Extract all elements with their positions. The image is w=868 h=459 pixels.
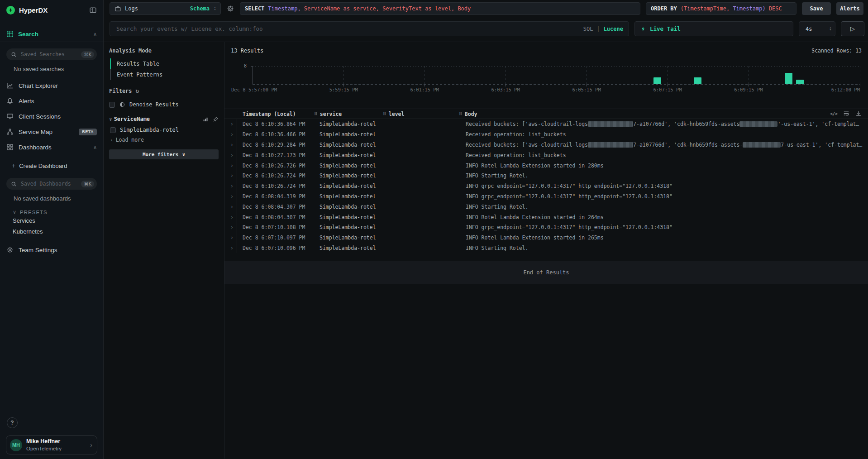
schema-label[interactable]: Schema [190,5,210,12]
chevron-up-icon[interactable]: ∧ [93,31,97,37]
saved-searches-search[interactable]: ⌘K [6,48,97,60]
select-query-box[interactable]: SELECT Timestamp, ServiceName as service… [240,2,640,15]
table-row[interactable]: ›Dec 8 6:10:27.173 PMSimpleLambda-rotelR… [224,150,868,160]
play-button[interactable]: ▷ [841,21,864,36]
table-row[interactable]: ›Dec 8 6:08:04.319 PMSimpleLambda-rotelI… [224,191,868,202]
facet-value-row[interactable]: SimpleLambda-rotel [109,127,219,133]
row-expand-chevron-icon[interactable]: › [224,150,237,160]
create-dashboard-button[interactable]: + Create Dashboard [0,158,103,173]
pin-icon[interactable] [213,116,219,122]
code-view-icon[interactable]: </> [830,111,837,116]
row-expand-chevron-icon[interactable]: › [224,233,237,243]
collapse-sidebar-icon[interactable] [89,6,97,14]
refresh-icon[interactable]: ↻ [136,87,139,94]
orderby-query-box[interactable]: ORDER BY (TimestampTime, Timestamp) DESC [646,2,796,15]
table-row[interactable]: ›Dec 8 6:10:29.284 PMSimpleLambda-rotelR… [224,140,868,150]
denoise-results-option[interactable]: Denoise Results [109,101,219,108]
row-expand-chevron-icon[interactable]: › [224,140,237,150]
mode-event-patterns[interactable]: Event Patterns [110,69,219,80]
sidebar-item-dashboards[interactable]: Dashboards ∧ [0,139,103,155]
row-expand-chevron-icon[interactable]: › [224,160,237,171]
row-expand-chevron-icon[interactable]: › [224,201,237,212]
save-button[interactable]: Save [802,2,831,15]
alerts-button[interactable]: Alerts [836,2,863,15]
column-header-timestamp[interactable]: Timestamp (Local) [237,111,314,117]
chevron-up-icon[interactable]: ∧ [93,144,97,150]
wrap-lines-icon[interactable] [843,110,849,117]
chart-bar[interactable] [785,73,792,84]
table-row[interactable]: ›Dec 8 6:07:10.096 PMSimpleLambda-rotelI… [224,243,868,253]
facet-servicename-header[interactable]: ∨ ServiceName [109,116,219,122]
row-expand-chevron-icon[interactable]: › [224,129,237,140]
interval-value: 4s [806,26,812,32]
table-row[interactable]: ›Dec 8 6:08:04.307 PMSimpleLambda-rotelI… [224,201,868,212]
live-tail-button[interactable]: Live Tail [634,21,793,36]
chevron-down-icon: ∨ [182,152,185,158]
chart-bar[interactable] [694,77,701,84]
row-expand-chevron-icon[interactable]: › [224,222,237,233]
presets-section[interactable]: ∨ PRESETS [0,209,103,215]
table-row[interactable]: ›Dec 8 6:10:36.864 PMSimpleLambda-rotelR… [224,119,868,129]
source-selector[interactable]: Logs Schema ▴▾ [110,2,221,15]
row-expand-chevron-icon[interactable]: › [224,171,237,181]
table-row[interactable]: ›Dec 8 6:08:04.307 PMSimpleLambda-rotelI… [224,212,868,222]
row-body: INFO Starting Rotel. [459,172,868,179]
body-text: 7-a107766d', 'cdk-hnb659fds-assets- [633,142,743,148]
column-header-body[interactable]: ⠿ Body [459,111,868,117]
column-header-level[interactable]: ⠿ level [383,111,459,117]
sidebar-item-alerts[interactable]: Alerts [0,93,103,109]
drag-handle-icon[interactable]: ⠿ [314,111,318,116]
facet-value-checkbox[interactable] [110,127,116,133]
saved-dashboards-input[interactable] [20,180,78,187]
mode-results-table[interactable]: Results Table [110,58,219,69]
load-more-button[interactable]: › Load more [109,137,219,143]
download-icon[interactable] [855,110,862,117]
sidebar-item-services[interactable]: Services [0,215,103,226]
row-expand-chevron-icon[interactable]: › [224,191,237,202]
row-expand-chevron-icon[interactable]: › [224,181,237,191]
sql-mode-toggle[interactable]: SQL [583,26,593,32]
user-org: OpenTelemetry [26,445,86,452]
search-input[interactable] [115,25,580,33]
chart-bar[interactable] [796,80,804,84]
denoise-checkbox[interactable] [109,102,115,108]
row-service: SimpleLambda-rotel [314,234,383,241]
sidebar-item-team-settings[interactable]: Team Settings [0,242,103,258]
more-filters-button[interactable]: More filters ∨ [109,149,219,159]
drag-handle-icon[interactable]: ⠿ [459,111,463,116]
lucene-mode-toggle[interactable]: Lucene [604,26,623,32]
sidebar-item-client-sessions[interactable]: Client Sessions [0,109,103,124]
facet-header-icons [203,116,219,122]
row-expand-chevron-icon[interactable]: › [224,212,237,222]
help-button[interactable]: ? [7,417,18,428]
event-search-box[interactable]: SQL | Lucene [110,21,629,36]
saved-dashboards-search[interactable]: ⌘K [6,178,97,190]
row-expand-chevron-icon[interactable]: › [224,119,237,129]
query-settings-gear-icon[interactable] [226,2,234,15]
drag-handle-icon[interactable]: ⠿ [383,111,386,116]
sidebar-item-service-map[interactable]: Service Map BETA [0,124,103,139]
chart-bar[interactable] [653,77,661,84]
table-row[interactable]: ›Dec 8 6:07:10.108 PMSimpleLambda-rotelI… [224,222,868,233]
table-row[interactable]: ›Dec 8 6:07:10.097 PMSimpleLambda-rotelI… [224,233,868,243]
chart-tick-label: 6:09:15 PM [734,87,763,92]
sidebar-item-kubernetes[interactable]: Kubernetes [0,226,103,237]
chevron-updown-icon[interactable]: ▴▾ [830,27,831,31]
column-header-service[interactable]: ⠿ service [314,111,383,117]
chart-gridline [749,66,749,84]
sidebar-item-chart-explorer[interactable]: Chart Explorer [0,78,103,93]
bar-chart-icon[interactable] [203,116,209,122]
sidebar-item-search[interactable]: Search ∧ [0,26,103,42]
end-of-results-banner: End of Results [224,261,868,284]
row-body: INFO Rotel Lambda Extension started in 2… [459,163,868,169]
saved-searches-input[interactable] [20,51,78,58]
row-expand-chevron-icon[interactable]: › [224,243,237,253]
table-row[interactable]: ›Dec 8 6:10:36.466 PMSimpleLambda-rotelR… [224,129,868,140]
results-area: 13 Results Scanned Rows: 13 8 Dec 8 5:57… [224,42,868,459]
table-row[interactable]: ›Dec 8 6:10:26.724 PMSimpleLambda-rotelI… [224,181,868,191]
user-card[interactable]: MH Mike Heffner OpenTelemetry › [6,435,97,454]
refresh-interval-select[interactable]: 4s ▴▾ [799,21,835,36]
table-row[interactable]: ›Dec 8 6:10:26.726 PMSimpleLambda-rotelI… [224,160,868,171]
row-service: SimpleLambda-rotel [314,204,383,210]
table-row[interactable]: ›Dec 8 6:10:26.724 PMSimpleLambda-rotelI… [224,171,868,181]
